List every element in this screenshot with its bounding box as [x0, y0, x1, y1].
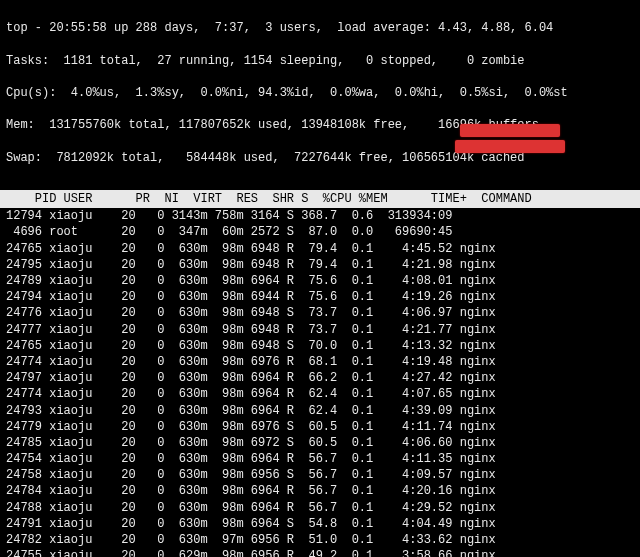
summary-cpu: Cpu(s): 4.0%us, 1.3%sy, 0.0%ni, 94.3%id,… — [6, 85, 634, 101]
table-row: 24789 xiaoju 20 0 630m 98m 6964 R 75.6 0… — [0, 273, 640, 289]
redaction-mark — [455, 140, 565, 153]
table-row: 24797 xiaoju 20 0 630m 98m 6964 R 66.2 0… — [0, 370, 640, 386]
table-row: 24788 xiaoju 20 0 630m 98m 6964 R 56.7 0… — [0, 500, 640, 516]
summary-uptime: top - 20:55:58 up 288 days, 7:37, 3 user… — [6, 20, 634, 36]
table-row: 24758 xiaoju 20 0 630m 98m 6956 S 56.7 0… — [0, 467, 640, 483]
process-table-header: PID USER PR NI VIRT RES SHR S %CPU %MEM … — [0, 190, 640, 208]
table-row: 24793 xiaoju 20 0 630m 98m 6964 R 62.4 0… — [0, 403, 640, 419]
table-row: 4696 root 20 0 347m 60m 2572 S 87.0 0.0 … — [0, 224, 640, 240]
summary-tasks: Tasks: 1181 total, 27 running, 1154 slee… — [6, 53, 634, 69]
summary-block: top - 20:55:58 up 288 days, 7:37, 3 user… — [0, 0, 640, 184]
table-row: 24777 xiaoju 20 0 630m 98m 6948 R 73.7 0… — [0, 322, 640, 338]
redaction-mark — [460, 124, 560, 137]
table-row: 24791 xiaoju 20 0 630m 98m 6964 S 54.8 0… — [0, 516, 640, 532]
table-row: 24754 xiaoju 20 0 630m 98m 6964 R 56.7 0… — [0, 451, 640, 467]
table-row: 24774 xiaoju 20 0 630m 98m 6976 R 68.1 0… — [0, 354, 640, 370]
table-row: 24782 xiaoju 20 0 630m 97m 6956 R 51.0 0… — [0, 532, 640, 548]
table-row: 24774 xiaoju 20 0 630m 98m 6964 R 62.4 0… — [0, 386, 640, 402]
table-row: 24794 xiaoju 20 0 630m 98m 6944 R 75.6 0… — [0, 289, 640, 305]
table-row: 24776 xiaoju 20 0 630m 98m 6948 S 73.7 0… — [0, 305, 640, 321]
table-row: 24765 xiaoju 20 0 630m 98m 6948 S 70.0 0… — [0, 338, 640, 354]
table-row: 24795 xiaoju 20 0 630m 98m 6948 R 79.4 0… — [0, 257, 640, 273]
table-row: 12794 xiaoju 20 0 3143m 758m 3164 S 368.… — [0, 208, 640, 224]
table-row: 24755 xiaoju 20 0 629m 98m 6956 R 49.2 0… — [0, 548, 640, 557]
table-row: 24779 xiaoju 20 0 630m 98m 6976 S 60.5 0… — [0, 419, 640, 435]
table-row: 24785 xiaoju 20 0 630m 98m 6972 S 60.5 0… — [0, 435, 640, 451]
table-row: 24784 xiaoju 20 0 630m 98m 6964 R 56.7 0… — [0, 483, 640, 499]
table-row: 24765 xiaoju 20 0 630m 98m 6948 R 79.4 0… — [0, 241, 640, 257]
